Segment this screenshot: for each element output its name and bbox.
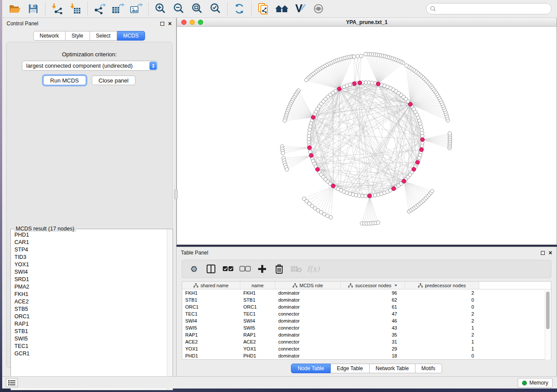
float-table-panel-icon[interactable] xyxy=(541,251,545,255)
import-network-icon[interactable] xyxy=(50,1,65,16)
float-panel-icon[interactable] xyxy=(160,22,164,26)
mcds-result-item[interactable]: FKH1 xyxy=(11,290,166,298)
table-row[interactable]: FKH1FKH1dominator962 xyxy=(182,289,551,296)
mcds-result-item[interactable]: RAP1 xyxy=(11,320,166,327)
show-hide-icon[interactable] xyxy=(311,1,326,16)
export-image-icon[interactable] xyxy=(129,1,144,16)
mcds-result-item[interactable]: SWI5 xyxy=(11,335,166,342)
close-panel-button[interactable]: Close panel xyxy=(92,76,136,85)
memory-button[interactable]: Memory xyxy=(518,378,553,388)
open-folder-icon[interactable] xyxy=(7,1,22,16)
network-node-dominator[interactable] xyxy=(353,82,356,86)
network-node-dominator[interactable] xyxy=(367,194,371,198)
tab-network-table[interactable]: Network Table xyxy=(370,364,415,373)
close-table-panel-icon[interactable]: × xyxy=(549,251,552,255)
column-header-name[interactable]: name xyxy=(240,282,275,289)
network-node-dominator[interactable] xyxy=(402,179,406,183)
network-node[interactable] xyxy=(405,64,408,67)
tab-style[interactable]: Style xyxy=(66,31,90,41)
zoom-fit-icon[interactable] xyxy=(190,1,204,16)
network-node-dominator[interactable] xyxy=(408,102,412,106)
tab-select[interactable]: Select xyxy=(90,31,117,41)
network-node[interactable] xyxy=(430,189,434,193)
split-columns-icon[interactable] xyxy=(204,262,218,275)
network-node-dominator[interactable] xyxy=(376,82,380,86)
vizmap-icon[interactable] xyxy=(293,1,308,16)
deselect-all-icon[interactable] xyxy=(239,262,252,275)
vertical-splitter-handle[interactable] xyxy=(174,189,178,199)
network-node[interactable] xyxy=(326,214,329,217)
zoom-in-icon[interactable] xyxy=(153,1,168,16)
mcds-result-item[interactable]: TID3 xyxy=(11,253,166,261)
network-node-dominator[interactable] xyxy=(331,184,335,188)
network-node[interactable] xyxy=(352,55,356,58)
mcds-result-item[interactable]: SRD1 xyxy=(11,275,166,283)
refresh-icon[interactable] xyxy=(232,1,247,16)
network-node-dominator[interactable] xyxy=(419,148,423,151)
table-scrollbar[interactable] xyxy=(545,290,550,360)
network-node-dominator[interactable] xyxy=(311,115,315,119)
column-header-successor-nodes[interactable]: successor nodes xyxy=(341,282,405,289)
mcds-list-scrollbar[interactable] xyxy=(167,229,173,390)
tab-motifs[interactable]: Motifs xyxy=(415,364,442,373)
network-node-dominator[interactable] xyxy=(315,167,319,171)
mcds-result-item[interactable]: YOX1 xyxy=(11,261,166,268)
mcds-result-item[interactable]: STP4 xyxy=(11,246,166,253)
column-header-predecessor-nodes[interactable]: predecessor nodes xyxy=(405,282,479,289)
window-minimize-icon[interactable] xyxy=(190,20,195,25)
mcds-result-item[interactable]: GCR1 xyxy=(11,350,166,357)
task-history-button[interactable] xyxy=(6,378,18,387)
table-row[interactable]: SWI5SWI5connector431 xyxy=(182,324,551,331)
tab-edge-table[interactable]: Edge Table xyxy=(331,364,370,373)
mcds-result-item[interactable]: SWI4 xyxy=(11,268,166,275)
table-row[interactable]: ACE2ACE2connector311 xyxy=(182,338,551,345)
network-node-dominator[interactable] xyxy=(308,146,311,150)
table-row[interactable]: SWI4SWI4dominator462 xyxy=(182,317,551,324)
column-header-shared-name[interactable]: shared name xyxy=(182,282,240,289)
zoom-out-icon[interactable] xyxy=(171,1,186,16)
network-node-dominator[interactable] xyxy=(309,154,313,158)
network-node-dominator[interactable] xyxy=(358,81,362,85)
optimization-criterion-select[interactable]: largest connected component (undirected) xyxy=(22,61,158,71)
column-header-MCDS-role[interactable]: MCDS role xyxy=(275,282,341,289)
export-network-icon[interactable] xyxy=(92,1,107,16)
mcds-result-item[interactable]: ORC1 xyxy=(11,313,166,320)
clone-network-icon[interactable] xyxy=(256,1,271,16)
network-node[interactable] xyxy=(356,55,359,58)
network-node[interactable] xyxy=(304,78,308,82)
table-row[interactable]: YOX1YOX1connector291 xyxy=(182,345,551,352)
network-node[interactable] xyxy=(281,151,284,155)
network-canvas[interactable] xyxy=(177,27,557,244)
settings-gear-icon[interactable]: ⚙ xyxy=(187,262,201,275)
mcds-result-item[interactable]: PHD1 xyxy=(11,231,166,238)
table-row[interactable]: TEC1TEC1connector472 xyxy=(182,310,551,317)
search-input[interactable] xyxy=(426,3,552,14)
network-node[interactable] xyxy=(283,119,287,122)
run-mcds-button[interactable]: Run MCDS xyxy=(43,76,86,85)
table-scrollbar-thumb[interactable] xyxy=(546,292,550,329)
tab-mcds[interactable]: MCDS xyxy=(117,31,145,41)
table-row[interactable]: ORC1ORC1dominator610 xyxy=(182,303,551,310)
select-all-icon[interactable] xyxy=(221,262,235,275)
network-node-dominator[interactable] xyxy=(337,87,341,91)
zoom-selected-icon[interactable] xyxy=(208,1,223,16)
network-node-dominator[interactable] xyxy=(392,186,396,190)
mcds-result-item[interactable]: TEC1 xyxy=(11,342,166,350)
table-row[interactable]: RAP1RAP1dominator352 xyxy=(182,331,551,338)
network-window-titlebar[interactable]: YPA_prune.txt_1 xyxy=(177,18,557,27)
network-node-dominator[interactable] xyxy=(412,167,416,171)
window-zoom-icon[interactable] xyxy=(198,20,203,25)
add-icon[interactable] xyxy=(256,262,269,275)
table-row[interactable]: PHD1PHD1dominator180 xyxy=(182,352,551,359)
export-table-icon[interactable] xyxy=(111,1,125,16)
network-node[interactable] xyxy=(329,216,332,219)
mcds-result-item[interactable]: PMA2 xyxy=(11,283,166,290)
mcds-result-item[interactable]: ACE2 xyxy=(11,298,166,305)
import-table-icon[interactable] xyxy=(68,1,83,16)
window-close-icon[interactable] xyxy=(181,20,187,25)
table-row[interactable]: STB1STB1dominator620 xyxy=(182,296,551,303)
network-node[interactable] xyxy=(360,54,363,58)
network-node[interactable] xyxy=(285,168,289,171)
delete-icon[interactable] xyxy=(273,262,286,275)
network-node-dominator[interactable] xyxy=(420,138,424,141)
